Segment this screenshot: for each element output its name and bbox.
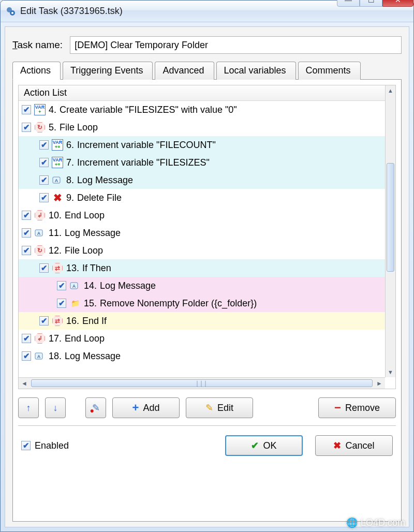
action-text: Log Message xyxy=(65,228,121,239)
svg-text:A: A xyxy=(55,178,58,183)
action-number: 4. xyxy=(49,105,56,115)
tab-actions[interactable]: Actions xyxy=(12,62,61,80)
action-row[interactable]: ✔⇄13. If Then xyxy=(19,259,395,277)
action-row[interactable]: ✔VAR+=7. Increment variable "FILESIZES" xyxy=(19,154,395,171)
svg-point-2 xyxy=(11,12,13,14)
action-checkbox[interactable]: ✔ xyxy=(22,351,31,361)
cancel-button[interactable]: ✖ Cancel xyxy=(315,435,393,456)
loop-icon: ↻ xyxy=(34,122,46,133)
action-checkbox[interactable]: ✔ xyxy=(39,263,49,273)
action-checkbox[interactable]: ✔ xyxy=(22,211,31,220)
cancel-button-label: Cancel xyxy=(345,440,374,451)
close-button[interactable]: ✕ xyxy=(382,0,413,7)
move-up-button[interactable]: ↑ xyxy=(18,397,39,418)
remove-button-label: Remove xyxy=(345,403,380,413)
plus-icon: + xyxy=(132,401,139,415)
minus-icon: − xyxy=(334,401,341,415)
action-text: End If xyxy=(82,316,107,327)
scroll-down-icon[interactable]: ▼ xyxy=(386,367,395,377)
action-number: 11. xyxy=(49,228,62,239)
tab-advanced[interactable]: Advanced xyxy=(155,62,214,80)
scroll-left-icon[interactable]: ◄ xyxy=(19,380,30,387)
ok-button[interactable]: ✔ OK xyxy=(225,435,303,456)
vertical-scrollbar[interactable]: ▲ ▼ xyxy=(385,85,395,377)
enabled-label: Enabled xyxy=(35,440,69,451)
action-number: 15. xyxy=(84,298,97,309)
edit-button-label: Edit xyxy=(217,403,233,413)
edit-task-window: Edit Task (33731965.tsk) — ☐ ✕ Task name… xyxy=(0,0,414,532)
action-text: File Loop xyxy=(65,245,103,256)
minimize-button[interactable]: — xyxy=(337,0,360,7)
app-gear-icon xyxy=(6,6,16,17)
svg-text:A: A xyxy=(72,284,76,289)
folder-remove-icon: 📁✖ xyxy=(69,298,81,309)
tab-local-variables[interactable]: Local variables xyxy=(216,62,296,80)
action-row[interactable]: ✔A18. Log Message xyxy=(19,347,395,365)
tab-comments[interactable]: Comments xyxy=(298,62,361,80)
action-checkbox[interactable]: ✔ xyxy=(22,123,31,132)
pencil-icon: ✎ xyxy=(205,402,213,413)
action-row[interactable]: ✔↻12. File Loop xyxy=(19,242,395,259)
action-list-body[interactable]: ✔VAR+4. Create variable "FILESIZES" with… xyxy=(19,101,395,370)
move-down-button[interactable]: ↓ xyxy=(45,397,66,418)
action-checkbox[interactable]: ✔ xyxy=(39,158,49,167)
maximize-button[interactable]: ☐ xyxy=(360,0,382,7)
action-row[interactable]: ✔VAR+4. Create variable "FILESIZES" with… xyxy=(19,101,395,119)
action-checkbox[interactable]: ✔ xyxy=(57,281,66,290)
horizontal-scroll-thumb[interactable]: ∣∣∣ xyxy=(31,379,373,387)
action-number: 18. xyxy=(49,351,62,362)
scroll-right-icon[interactable]: ► xyxy=(374,380,385,387)
action-checkbox[interactable]: ✔ xyxy=(57,299,66,308)
enabled-checkbox[interactable]: ✔ xyxy=(21,441,31,450)
ok-button-label: OK xyxy=(263,440,276,451)
action-number: 12. xyxy=(49,245,62,256)
action-row[interactable]: ✔⇄16. End If xyxy=(19,312,395,330)
action-checkbox[interactable]: ✔ xyxy=(22,334,31,343)
action-checkbox[interactable]: ✔ xyxy=(22,246,31,255)
action-row[interactable]: ✔📁✖15. Remove Nonempty Folder ({c_folder… xyxy=(19,294,395,312)
action-row[interactable]: ✔A11. Log Message xyxy=(19,224,395,242)
action-number: 9. xyxy=(66,193,74,203)
titlebar[interactable]: Edit Task (33731965.tsk) — ☐ ✕ xyxy=(1,1,413,22)
action-text: Increment variable "FILECOUNT" xyxy=(77,140,216,151)
action-checkbox[interactable]: ✔ xyxy=(39,175,49,185)
svg-text:A: A xyxy=(37,354,41,359)
record-button[interactable]: ✎● xyxy=(85,397,106,418)
action-number: 14. xyxy=(84,280,97,291)
delete-icon: ✖ xyxy=(52,192,63,203)
var-increment-icon: VAR+= xyxy=(52,139,63,151)
action-checkbox[interactable]: ✔ xyxy=(39,316,49,326)
action-checkbox[interactable]: ✔ xyxy=(22,105,31,114)
action-text: End Loop xyxy=(65,210,105,221)
record-icon: ✎● xyxy=(92,402,100,413)
action-text: Increment variable "FILESIZES" xyxy=(77,157,210,168)
horizontal-scrollbar[interactable]: ◄ ∣∣∣ ► xyxy=(19,377,385,389)
add-button-label: Add xyxy=(143,403,159,413)
action-row[interactable]: ✔A14. Log Message xyxy=(19,277,395,294)
action-row[interactable]: ✔VAR+=6. Increment variable "FILECOUNT" xyxy=(19,136,395,154)
edit-button[interactable]: ✎ Edit xyxy=(186,397,253,418)
action-number: 6. xyxy=(66,140,74,151)
branch-icon: ⇄ xyxy=(52,315,63,327)
task-name-input[interactable] xyxy=(70,36,402,54)
action-checkbox[interactable]: ✔ xyxy=(39,140,49,150)
task-name-row: Task name: xyxy=(12,36,402,54)
action-row[interactable]: ✔✖9. Delete File xyxy=(19,189,395,206)
action-checkbox[interactable]: ✔ xyxy=(39,193,49,202)
vertical-scroll-thumb[interactable] xyxy=(387,163,394,272)
watermark: 🌐 LO4D.com xyxy=(346,517,405,528)
action-row[interactable]: ✔↲17. End Loop xyxy=(19,330,395,347)
action-text: Remove Nonempty Folder ({c_folder}) xyxy=(100,298,257,309)
tab-triggering-events[interactable]: Triggering Events xyxy=(63,62,153,80)
action-row[interactable]: ✔A8. Log Message xyxy=(19,171,395,189)
remove-button[interactable]: − Remove xyxy=(318,397,396,418)
action-row[interactable]: ✔↲10. End Loop xyxy=(19,206,395,224)
action-checkbox[interactable]: ✔ xyxy=(22,228,31,238)
action-list-frame: Action List ✔VAR+4. Create variable "FIL… xyxy=(18,85,396,389)
action-list-header: Action List xyxy=(19,85,395,101)
action-number: 5. xyxy=(49,122,56,133)
dialog-footer: ✔ Enabled ✔ OK ✖ Cancel xyxy=(18,425,396,459)
scroll-up-icon[interactable]: ▲ xyxy=(386,85,395,96)
add-button[interactable]: + Add xyxy=(112,397,180,418)
action-row[interactable]: ✔↻5. File Loop xyxy=(19,119,395,136)
